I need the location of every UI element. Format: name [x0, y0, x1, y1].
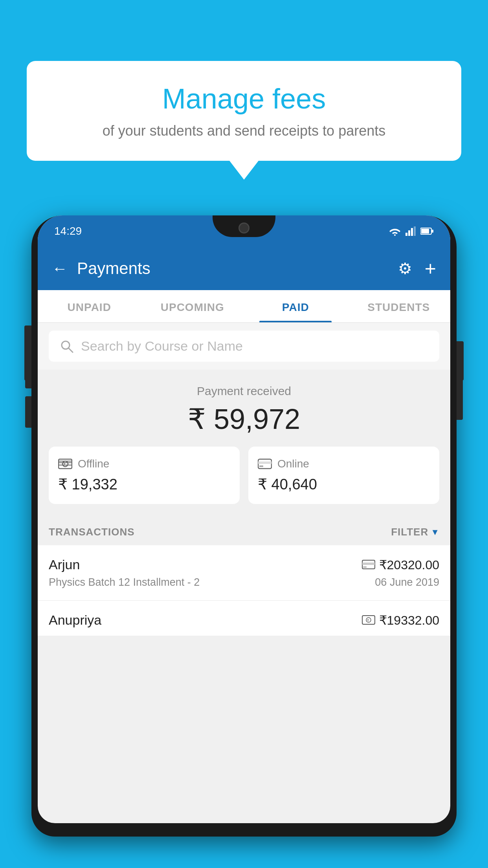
svg-text:₹: ₹ — [367, 619, 369, 622]
svg-rect-1 — [405, 233, 407, 236]
transactions-header: TRANSACTIONS FILTER ▼ — [38, 515, 450, 545]
svg-rect-4 — [414, 226, 416, 236]
phone-frame: 14:29 — [31, 215, 457, 837]
settings-icon[interactable]: ⚙ — [398, 259, 412, 278]
payment-received-label: Payment received — [49, 384, 439, 398]
phone-device: 14:29 — [31, 208, 457, 868]
transaction-row-arjun[interactable]: Arjun ₹20320.00 Physics Batch 12 Install… — [38, 545, 450, 601]
phone-button-volume-up — [25, 357, 31, 388]
cash-icon: ₹ — [58, 458, 72, 470]
search-container: Search by Course or Name — [38, 323, 450, 370]
search-icon — [60, 339, 74, 353]
tabs-bar: UNPAID UPCOMING PAID STUDENTS — [38, 290, 450, 323]
page-title: Payments — [77, 259, 398, 278]
online-amount: ₹ 40,640 — [258, 476, 430, 493]
offline-label: Offline — [78, 458, 109, 470]
battery-icon — [420, 227, 434, 235]
transaction-amount-row: ₹20320.00 — [362, 557, 439, 572]
tab-unpaid[interactable]: UNPAID — [38, 290, 141, 322]
svg-rect-7 — [432, 230, 433, 233]
toolbar-actions: ⚙ + — [398, 257, 436, 280]
payment-summary: Payment received ₹ 59,972 ₹ — [38, 370, 450, 515]
offline-amount: ₹ 19,332 — [58, 476, 230, 493]
transaction-row-top-2: Anupriya ₹ ₹19332.00 — [49, 612, 439, 628]
status-time: 14:29 — [54, 225, 82, 237]
search-box[interactable]: Search by Course or Name — [49, 331, 439, 362]
transaction-row-anupriya[interactable]: Anupriya ₹ ₹19332.00 — [38, 601, 450, 636]
svg-rect-17 — [259, 465, 263, 467]
transaction-amount-2: ₹19332.00 — [379, 613, 439, 628]
online-label: Online — [277, 458, 309, 470]
transaction-amount: ₹20320.00 — [379, 557, 439, 572]
filter-label: FILTER — [391, 526, 428, 538]
transaction-row-bottom: Physics Batch 12 Installment - 2 06 June… — [49, 576, 439, 588]
status-bar: 14:29 — [38, 215, 450, 247]
back-button[interactable]: ← — [52, 260, 68, 278]
svg-rect-3 — [411, 228, 413, 236]
card-payment-icon — [362, 560, 375, 570]
transaction-date: 06 June 2019 — [375, 576, 439, 588]
wifi-icon — [389, 226, 401, 236]
svg-rect-2 — [408, 230, 410, 236]
svg-point-0 — [394, 234, 396, 236]
transaction-name: Arjun — [49, 557, 80, 572]
filter-container[interactable]: FILTER ▼ — [391, 526, 439, 538]
offline-card-header: ₹ Offline — [58, 458, 230, 470]
toolbar: ← Payments ⚙ + — [38, 247, 450, 290]
offline-payment-card: ₹ Offline ₹ 19,332 — [49, 447, 240, 504]
payment-total-amount: ₹ 59,972 — [49, 403, 439, 436]
speech-bubble: Manage fees of your students and send re… — [27, 61, 461, 161]
notch — [213, 215, 275, 237]
filter-icon: ▼ — [431, 527, 439, 537]
transaction-course: Physics Batch 12 Installment - 2 — [49, 576, 200, 588]
phone-button-power — [457, 373, 463, 420]
online-card-header: Online — [258, 458, 430, 470]
bubble-title: Manage fees — [50, 83, 438, 115]
transaction-amount-row-2: ₹ ₹19332.00 — [362, 613, 439, 628]
camera — [238, 223, 250, 234]
add-icon[interactable]: + — [425, 257, 436, 280]
status-icons — [389, 226, 434, 236]
transaction-row-top: Arjun ₹20320.00 — [49, 557, 439, 572]
signal-icon — [405, 226, 416, 236]
svg-rect-19 — [362, 563, 375, 565]
svg-text:₹: ₹ — [63, 462, 66, 466]
cash-payment-icon: ₹ — [362, 615, 375, 625]
speech-bubble-box: Manage fees of your students and send re… — [27, 61, 461, 161]
online-payment-card: Online ₹ 40,640 — [248, 447, 439, 504]
payment-cards: ₹ Offline ₹ 19,332 — [49, 447, 439, 504]
svg-line-9 — [68, 348, 73, 352]
bubble-subtitle: of your students and send receipts to pa… — [50, 123, 438, 139]
tab-paid[interactable]: PAID — [244, 290, 347, 322]
tab-students[interactable]: STUDENTS — [347, 290, 451, 322]
card-icon — [258, 458, 272, 469]
transaction-name-2: Anupriya — [49, 612, 101, 628]
tab-upcoming[interactable]: UPCOMING — [141, 290, 244, 322]
phone-screen: 14:29 — [38, 215, 450, 823]
svg-rect-6 — [421, 229, 429, 234]
search-input[interactable]: Search by Course or Name — [81, 338, 243, 354]
svg-rect-20 — [363, 566, 367, 568]
phone-button-volume-down — [25, 396, 31, 428]
svg-rect-16 — [258, 462, 272, 464]
transactions-label: TRANSACTIONS — [49, 526, 135, 538]
